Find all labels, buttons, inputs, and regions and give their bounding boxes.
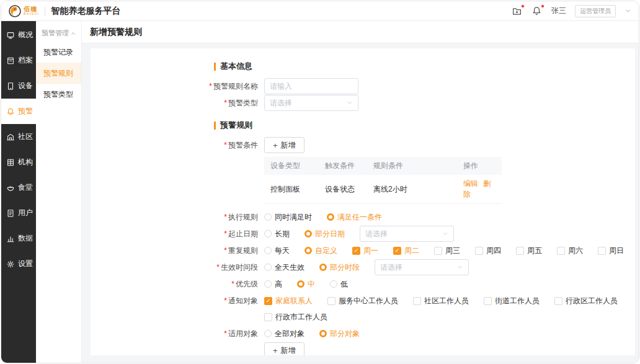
form-row: *起止日期长期部分日期请选择: [91, 226, 635, 242]
checkbox-option[interactable]: 周六: [557, 242, 583, 259]
date-range-select[interactable]: 请选择: [360, 226, 454, 242]
content-area: 基本信息*预警规则名称请输入*预警类型请选择预警规则*预警条件+新增设备类型触发…: [82, 43, 639, 363]
radio-label: 全天生效: [275, 259, 304, 275]
checkbox-option[interactable]: 服务中心工作人员: [327, 293, 398, 309]
rule-type-select[interactable]: 请选择: [264, 95, 358, 111]
checkbox-icon: ✓: [352, 247, 360, 255]
radio-option[interactable]: 部分对象: [319, 326, 360, 342]
radio-option[interactable]: 满足任一条件: [327, 209, 382, 225]
form-row: *重复规则每天自定义✓周一✓周二周三周四周五周六周日: [91, 242, 635, 259]
table-cell: 控制面板: [264, 175, 319, 204]
radio-option[interactable]: 高: [264, 276, 282, 292]
role-badge: 运营管理员: [575, 5, 616, 17]
form-card: 基本信息*预警规则名称请输入*预警类型请选择预警规则*预警条件+新增设备类型触发…: [91, 48, 635, 355]
table-header-cell: 操作: [457, 157, 502, 175]
radio-option[interactable]: 中: [297, 276, 315, 292]
sidebar-item-data[interactable]: 数据: [1, 226, 36, 251]
radio-option[interactable]: 同时满足时: [264, 209, 312, 225]
row-controls: 请选择: [264, 95, 358, 111]
sidebar-item-label: 数据: [18, 233, 33, 244]
radio-option[interactable]: 自定义: [304, 242, 337, 259]
canteen-icon: [6, 184, 15, 192]
workorder-folder-icon[interactable]: [512, 6, 523, 17]
sidebar-item-canteen[interactable]: 食堂: [1, 175, 36, 200]
condition-table: 设备类型触发条件规则条件操作控制面板设备状态离线2小时编辑删除: [264, 157, 502, 204]
checkbox-option[interactable]: 社区工作人员: [413, 293, 469, 309]
edit-link[interactable]: 编辑: [463, 179, 478, 188]
sidebar-item-settings[interactable]: 设置: [1, 251, 36, 277]
add-button-label: 新增: [281, 345, 296, 356]
sidebar-item-archives[interactable]: 档案: [1, 48, 36, 73]
sidebar-item-warning[interactable]: 预警: [1, 99, 36, 124]
form-row: *优先级高中低: [91, 276, 635, 292]
checkbox-option[interactable]: 街道工作人员: [484, 293, 540, 309]
section-title-text: 预警规则: [220, 120, 252, 131]
add-target-button[interactable]: +新增: [264, 342, 304, 355]
checkbox-icon: [598, 247, 606, 255]
radio-dot: [264, 247, 272, 254]
checkbox-option[interactable]: ✓周一: [352, 242, 378, 259]
checkbox-label: 行政区工作人员: [566, 293, 618, 309]
required-asterisk: *: [224, 141, 227, 149]
form-row: *预警规则名称请输入: [91, 78, 635, 94]
sidebar-item-devices[interactable]: 设备: [1, 73, 36, 99]
sidebar-item-label: 机构: [18, 157, 33, 167]
sidebar-item-org[interactable]: 机构: [1, 149, 36, 175]
radio-option[interactable]: 全天生效: [264, 259, 304, 275]
radio-option[interactable]: 长期: [264, 226, 290, 242]
table-header-cell: 触发条件: [319, 157, 367, 175]
submenu-group-warning-management[interactable]: 预警管理: [36, 25, 81, 42]
radio-option[interactable]: 低: [330, 276, 348, 292]
radio-dot: [264, 330, 272, 337]
checkbox-option[interactable]: 周五: [516, 242, 542, 259]
sidebar-item-label: 预警: [18, 106, 33, 117]
submenu-item-types[interactable]: 预警类型: [36, 84, 81, 105]
sidebar-item-community[interactable]: 社区: [1, 124, 36, 149]
rule-name-input[interactable]: 请输入: [264, 78, 358, 94]
sidebar-item-overview[interactable]: 概况: [1, 22, 36, 48]
row-controls: +新增: [264, 137, 304, 153]
form-row: *适用对象全部对象部分对象: [91, 326, 635, 342]
form-row: *预警类型请选择: [91, 95, 635, 111]
dashboard-icon: [6, 31, 15, 40]
radio-option[interactable]: 每天: [264, 242, 290, 259]
user-doc-icon: [6, 209, 15, 218]
radio-option[interactable]: 部分时段: [319, 259, 360, 275]
radio-dot: [330, 280, 337, 288]
field-label-text: 执行规则: [228, 213, 258, 221]
submenu-item-rules[interactable]: 预警规则: [36, 63, 81, 84]
chevron-down-icon[interactable]: [624, 7, 631, 14]
sidebar-item-label: 食堂: [18, 182, 33, 193]
checkbox-option[interactable]: ✓家庭联系人: [264, 293, 313, 309]
user-name[interactable]: 张三: [551, 6, 566, 16]
radio-option[interactable]: 全部对象: [264, 326, 304, 342]
radio-option[interactable]: 部分日期: [304, 226, 345, 242]
top-header: 佰穗 BAISUI 智能养老服务平台 张三 运营管理员: [1, 1, 639, 21]
platform-title: 智能养老服务平台: [51, 6, 120, 17]
add-condition-button[interactable]: +新增: [264, 137, 304, 153]
radio-label: 中: [308, 276, 315, 292]
sidebar-item-users[interactable]: 用户: [1, 200, 36, 226]
checkbox-option[interactable]: 周四: [475, 242, 501, 259]
notifications-bell-icon[interactable]: [531, 6, 543, 17]
body-row: 概况档案设备预警社区机构食堂用户数据设置 预警管理 预警记录预警规则预警类型 新…: [1, 21, 639, 363]
checkbox-icon: ✓: [393, 247, 401, 255]
time-period-select[interactable]: 请选择: [375, 259, 469, 275]
checkbox-option[interactable]: ✓周二: [393, 242, 419, 259]
sidebar-item-label: 概况: [18, 30, 33, 40]
checkbox-option[interactable]: 行政区工作人员: [554, 293, 618, 309]
radio-label: 部分对象: [330, 326, 360, 342]
checkbox-option[interactable]: 行政市工作人员: [264, 309, 327, 325]
radio-label: 每天: [275, 242, 290, 259]
chevron-down-icon: [457, 264, 463, 270]
select-placeholder: 请选择: [365, 229, 388, 239]
field-label-text: 起止日期: [228, 229, 258, 238]
row-controls: 设备类型触发条件规则条件操作控制面板设备状态离线2小时编辑删除: [264, 154, 502, 208]
chevron-up-icon: [70, 30, 76, 37]
submenu-item-records[interactable]: 预警记录: [36, 42, 81, 63]
checkbox-option[interactable]: 周三: [434, 242, 460, 259]
sidebar-item-label: 档案: [18, 55, 33, 66]
field-label: *重复规则: [91, 242, 264, 259]
form-row: 设备类型触发条件规则条件操作控制面板设备状态离线2小时编辑删除: [91, 154, 635, 208]
checkbox-option[interactable]: 周日: [598, 242, 624, 259]
